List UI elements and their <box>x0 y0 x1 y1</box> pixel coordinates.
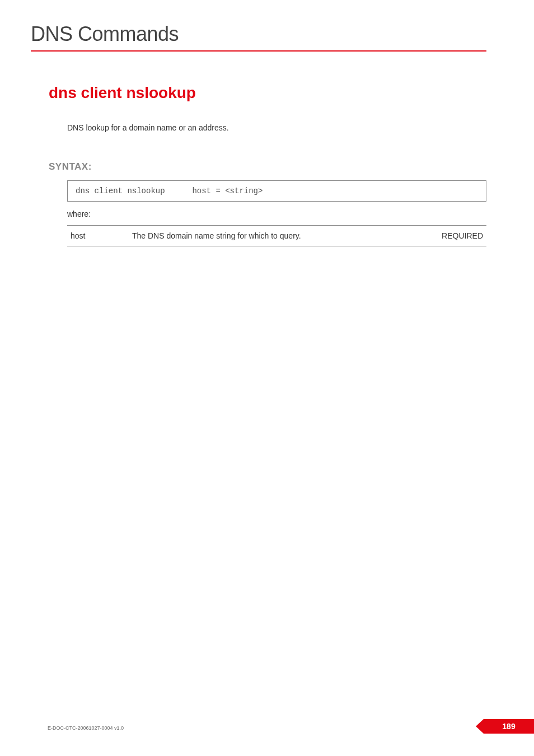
command-description: DNS lookup for a domain name or an addre… <box>67 123 486 132</box>
syntax-heading: SYNTAX: <box>49 161 486 172</box>
table-row: host The DNS domain name string for whic… <box>67 226 486 246</box>
where-label: where: <box>67 209 486 218</box>
syntax-parameter: host = <string> <box>192 186 263 195</box>
page-footer: E-DOC-CTC-20061027-0004 v1.0 189 <box>0 718 534 734</box>
page-header-title: DNS Commands <box>31 22 486 46</box>
param-description-cell: The DNS domain name string for which to … <box>129 226 419 246</box>
param-name-cell: host <box>67 226 129 246</box>
header-divider <box>31 50 486 52</box>
param-required-cell: REQUIRED <box>419 226 486 246</box>
syntax-code-block: dns client nslookup host = <string> <box>67 180 486 202</box>
parameter-table: host The DNS domain name string for whic… <box>67 225 486 246</box>
command-title: dns client nslookup <box>49 84 486 102</box>
footer-page-number: 189 <box>484 719 534 734</box>
footer-doc-id: E-DOC-CTC-20061027-0004 v1.0 <box>48 725 124 731</box>
syntax-command: dns client nslookup <box>76 186 188 195</box>
